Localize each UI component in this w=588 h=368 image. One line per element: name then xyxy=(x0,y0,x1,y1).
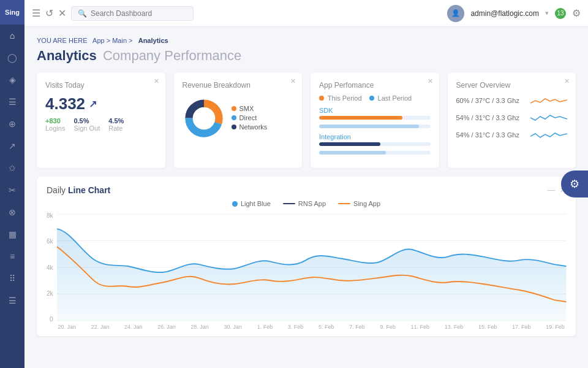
x-label-1: 22. Jan xyxy=(91,324,110,330)
y-label-6k: 6k xyxy=(47,238,53,245)
cards-row: ✕ Visits Today 4.332 ↗ +830 Logins 0.5% … xyxy=(37,72,576,168)
x-label-8: 5. Feb xyxy=(318,324,334,330)
stat-signout-val: 0.5% xyxy=(74,117,100,125)
y-label-2k: 2k xyxy=(47,290,53,297)
revenue-card-title: Revenue Breakdown xyxy=(183,81,294,90)
legend-circle-lightblue xyxy=(232,201,238,207)
legend-dot-direct xyxy=(232,115,236,120)
perf-card-title: App Perfomance xyxy=(319,81,431,90)
x-label-9: 7. Feb xyxy=(349,324,365,330)
search-icon: 🔍 xyxy=(78,9,87,18)
perf-integration-fill-this xyxy=(319,142,380,146)
sidebar-brand: Sing xyxy=(0,0,24,25)
perf-integration-bar-last xyxy=(319,151,431,155)
y-axis: 8k 6k 4k 2k 0 xyxy=(47,212,57,323)
refresh-icon[interactable]: ↺ xyxy=(45,7,53,19)
server-card-title: Server Overview xyxy=(456,81,568,90)
x-label-12: 13. Feb xyxy=(445,324,464,330)
server-label-2: 54% / 31°C / 3.3 Ghz xyxy=(456,131,519,139)
legend-label-smx: SMX xyxy=(239,105,254,112)
x-label-13: 15. Feb xyxy=(478,324,497,330)
visits-trend-icon: ↗ xyxy=(89,98,97,110)
x-label-6: 1. Feb xyxy=(257,324,273,330)
sidebar-icon-user[interactable]: ⊕ xyxy=(0,113,24,135)
server-row-0: 60% / 37°C / 3.3 Ghz xyxy=(456,94,568,107)
search-input[interactable] xyxy=(91,9,187,18)
x-label-11: 11. Feb xyxy=(411,324,430,330)
sidebar-icon-apps[interactable]: ⠿ xyxy=(0,267,24,289)
legend-label-networks: Networks xyxy=(239,123,268,131)
sidebar-icon-person[interactable]: ◯ xyxy=(0,47,24,69)
server-row-1: 54% / 31°C / 3.3 Ghz xyxy=(456,112,568,124)
perf-last-period: Last Period xyxy=(369,94,412,102)
perf-card-close[interactable]: ✕ xyxy=(428,77,433,85)
visits-card-close[interactable]: ✕ xyxy=(154,77,159,85)
perf-dot-last xyxy=(369,96,374,101)
donut-chart xyxy=(183,97,225,140)
chevron-down-icon[interactable]: ▾ xyxy=(545,9,549,17)
sidebar-icon-bars[interactable]: ≡ xyxy=(0,245,24,267)
server-label-0: 60% / 37°C / 3.3 Ghz xyxy=(456,97,519,104)
x-label-2: 24. Jan xyxy=(124,324,143,330)
visits-stat-rate: 4.5% Rate xyxy=(108,117,124,132)
perf-integration-bar-this xyxy=(319,142,431,146)
legend-label-lightblue: Light Blue xyxy=(241,200,271,207)
chart-title-main: Line Chart xyxy=(68,185,110,195)
perf-integration-fill-last xyxy=(319,151,386,155)
sidebar-icon-home[interactable]: ⌂ xyxy=(0,25,24,47)
perf-sdk-bar-this xyxy=(319,116,431,120)
perf-this-period: This Period xyxy=(319,94,362,102)
legend-dot-smx xyxy=(232,106,236,111)
fab-settings-icon: ⚙ xyxy=(570,177,579,191)
perf-header: This Period Last Period xyxy=(319,94,431,102)
performance-card: ✕ App Perfomance This Period Last Period… xyxy=(311,72,439,168)
legend-rns: RNS App xyxy=(283,200,326,207)
close-icon[interactable]: ✕ xyxy=(58,7,66,19)
sidebar-icon-star[interactable]: ✩ xyxy=(0,157,24,179)
sparkline-2 xyxy=(530,129,567,141)
visits-stats: +830 Logins 0.5% Sign Out 4.5% Rate xyxy=(45,117,157,132)
sidebar-icon-globe[interactable]: ⊗ xyxy=(0,201,24,223)
visits-stat-logins: +830 Logins xyxy=(45,117,65,132)
legend-sing: Sing App xyxy=(338,200,380,207)
perf-sdk-label: SDK xyxy=(319,107,431,114)
page-title: Analytics Company Performance xyxy=(37,48,576,64)
revenue-card-close[interactable]: ✕ xyxy=(290,77,296,85)
area-fill xyxy=(57,229,566,321)
sidebar-icon-diamond[interactable]: ◈ xyxy=(0,69,24,91)
stat-logins-label: Logins xyxy=(45,125,65,132)
search-bar[interactable]: 🔍 xyxy=(71,6,194,21)
x-label-15: 19. Feb xyxy=(546,324,565,330)
sidebar-icon-scissors[interactable]: ✂ xyxy=(0,179,24,201)
legend-label-direct: Direct xyxy=(239,114,257,121)
sparkline-1 xyxy=(530,112,567,124)
sidebar-icon-docs[interactable]: ☰ xyxy=(0,91,24,113)
settings-icon[interactable]: ⚙ xyxy=(572,7,581,19)
stat-logins-val: +830 xyxy=(45,117,65,125)
legend-networks: Networks xyxy=(232,123,268,131)
breadcrumb-prefix: YOU ARE HERE xyxy=(37,37,88,44)
chart-title: Daily Line Chart xyxy=(47,185,110,195)
page-title-sub: Company Performance xyxy=(103,48,241,63)
chart-minimize-icon[interactable]: — xyxy=(548,186,555,194)
perf-sdk-fill-last xyxy=(319,125,419,128)
server-card-close[interactable]: ✕ xyxy=(564,77,570,85)
sidebar-icon-arrow[interactable]: ↗ xyxy=(0,135,24,157)
topbar: ☰ ↺ ✕ 🔍 👤 admin@flatlogic.com ▾ 13 ⚙ xyxy=(24,0,588,27)
perf-integration-label: Integration xyxy=(319,133,431,140)
server-row-2: 54% / 31°C / 3.3 Ghz xyxy=(456,129,568,141)
x-label-4: 28. Jan xyxy=(190,324,209,330)
y-label-0: 0 xyxy=(47,316,53,323)
revenue-inner: SMX Direct Networks xyxy=(183,97,294,140)
legend-dot-networks xyxy=(232,125,236,129)
fab-settings[interactable]: ⚙ xyxy=(561,171,588,197)
stat-signout-label: Sign Out xyxy=(74,125,100,132)
breadcrumb-path: App > Main > xyxy=(92,37,132,44)
x-axis: 20. Jan 22. Jan 24. Jan 26. Jan 28. Jan … xyxy=(57,324,566,330)
menu-icon[interactable]: ☰ xyxy=(32,7,40,19)
notification-badge[interactable]: 13 xyxy=(555,8,566,19)
sidebar-icon-grid[interactable]: ▦ xyxy=(0,223,24,245)
sidebar-icon-list[interactable]: ☰ xyxy=(0,289,24,312)
line-chart-card: Daily Line Chart — ✕ Light Blue RNS App xyxy=(37,177,576,336)
chart-title-prefix: Daily xyxy=(47,185,66,195)
